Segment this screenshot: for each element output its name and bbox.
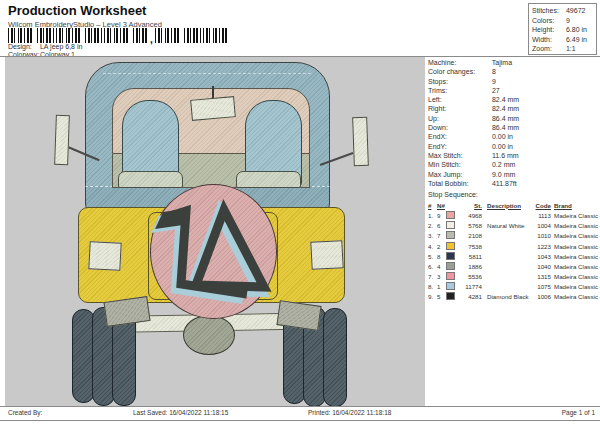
- machine-info-label: Max Jump:: [428, 170, 490, 179]
- machine-info-value: 8: [492, 68, 496, 75]
- thread-code: 1315: [531, 271, 551, 281]
- thread-color-swatch: [446, 242, 455, 250]
- machine-info-row: Left: 82.4 mm: [428, 95, 600, 104]
- machine-info-value: 9.0 mm: [492, 171, 515, 178]
- thread-description: [484, 241, 531, 251]
- machine-info-row: Trims: 27: [428, 86, 600, 95]
- stat-label: Height:: [532, 25, 564, 35]
- thread-brand: Madeira Classic 40: [551, 231, 600, 241]
- stat-row: Zoom: 1:1: [532, 44, 596, 54]
- stat-row: Width: 6.49 in: [532, 35, 596, 45]
- thread-code: 1004: [531, 221, 551, 231]
- jeep-side-mirror-right: [352, 117, 369, 166]
- machine-info-value: 0.2 mm: [492, 161, 515, 168]
- stop-stitch-count: 4968: [458, 210, 484, 220]
- thread-color-swatch: [446, 252, 455, 260]
- machine-info-value: 82.4 mm: [492, 105, 519, 112]
- thread-description: [484, 251, 531, 261]
- stop-stitch-count: 4281: [458, 292, 484, 302]
- jeep-tail-light-left: [88, 241, 121, 271]
- stop-stitch-count: 2108: [458, 231, 484, 241]
- jeep-tail-light-right: [310, 240, 343, 270]
- stat-value: 1:1: [566, 45, 576, 52]
- design-barcode: ,: [8, 28, 232, 43]
- thread-brand: Madeira Classic 40: [551, 271, 600, 281]
- design-stats-box: Stitches: 49672 Colors: 9 Height: 6.80 i…: [528, 3, 597, 55]
- stop-sequence-row: 4. 2 7538 1223 Madeira Classic 40: [428, 241, 600, 251]
- stop-needle-number: 9: [437, 210, 446, 220]
- design-value: LA jeep 6,8 in: [40, 43, 82, 50]
- machine-info-value: 0.00 in: [492, 143, 513, 150]
- stop-seq-number: 6.: [428, 261, 437, 271]
- machine-info-panel: Machine: Tajima Color changes: 8 Stops: …: [428, 58, 600, 302]
- thread-brand: Madeira Classic 40: [551, 282, 600, 292]
- stat-label: Width:: [532, 35, 564, 45]
- thread-color-swatch: [446, 292, 455, 300]
- footer-last-saved: Last Saved: 16/04/2022 11:18:15: [133, 409, 228, 416]
- machine-info-row: Stops: 9: [428, 77, 600, 86]
- stop-seq-number: 2.: [428, 221, 437, 231]
- thread-color-swatch: [446, 262, 455, 270]
- stat-label: Stitches:: [532, 6, 564, 16]
- stop-sequence-row: 8. 1 11774 1075 Madeira Classic 40: [428, 282, 600, 292]
- thread-brand: Madeira Classic 40: [551, 241, 600, 251]
- thread-brand: Madeira Classic 40: [551, 210, 600, 220]
- thread-brand: Madeira Classic 40: [551, 221, 600, 231]
- machine-info-label: Down:: [428, 123, 490, 132]
- machine-info-row: Max Jump: 9.0 mm: [428, 170, 600, 179]
- thread-description: [484, 261, 531, 271]
- stop-seq-number: 7.: [428, 271, 437, 281]
- footer-printed: Printed: 16/04/2022 11:18:18: [308, 409, 391, 416]
- machine-info-label: Min Stitch:: [428, 160, 490, 169]
- stop-needle-number: 6: [437, 221, 446, 231]
- barcode-separator: ,: [150, 37, 153, 43]
- stop-stitch-count: 5811: [458, 251, 484, 261]
- stop-seq-number: 3.: [428, 231, 437, 241]
- la-monogram: [150, 184, 277, 319]
- machine-info-label: EndY:: [428, 142, 490, 151]
- machine-info-row: Color changes: 8: [428, 67, 600, 76]
- thread-color-swatch: [446, 221, 455, 229]
- stop-stitch-count: 5768: [458, 221, 484, 231]
- machine-info-label: EndX:: [428, 132, 490, 141]
- machine-info-label: Stops:: [428, 77, 490, 86]
- jeep-rearview-mirror: [190, 96, 236, 121]
- barcode-bars-right: [155, 28, 232, 43]
- stop-sequence-header-row: # N# St. Description Code Brand: [428, 200, 600, 210]
- footer-divider-top: [0, 406, 600, 407]
- stop-sequence-row: 2. 6 5768 Natural White 1004 Madeira Cla…: [428, 221, 600, 231]
- jeep-wheel-right-tread: [323, 308, 347, 406]
- stop-seq-number: 4.: [428, 241, 437, 251]
- stop-needle-number: 4: [437, 261, 446, 271]
- stop-sequence-row: 3. 7 2108 1010 Madeira Classic 40: [428, 231, 600, 241]
- thread-code: 1010: [531, 231, 551, 241]
- machine-info-value: 9: [492, 78, 496, 85]
- stat-label: Colors:: [532, 16, 564, 26]
- thread-code: 1075: [531, 282, 551, 292]
- design-label: Design:: [8, 43, 38, 50]
- col-brand: Brand: [551, 200, 600, 210]
- machine-info-row: Min Stitch: 0.2 mm: [428, 160, 600, 169]
- stop-seq-number: 9.: [428, 292, 437, 302]
- col-needle: N#: [437, 200, 446, 210]
- thread-description: Diamond Black: [484, 292, 531, 302]
- design-preview-canvas: [5, 57, 425, 406]
- jeep-tow-hitch: [183, 315, 235, 355]
- footer-divider-bottom: [0, 420, 600, 421]
- machine-info-row: Machine: Tajima: [428, 58, 600, 67]
- thread-description: [484, 210, 531, 220]
- stop-needle-number: 3: [437, 271, 446, 281]
- stop-sequence-row: 5. 8 5811 1043 Madeira Classic 40: [428, 251, 600, 261]
- machine-info-row: EndY: 0.00 in: [428, 142, 600, 151]
- stop-seq-number: 1.: [428, 210, 437, 220]
- machine-info-label: Color changes:: [428, 67, 490, 76]
- thread-brand: Madeira Classic 40: [551, 261, 600, 271]
- thread-description: [484, 282, 531, 292]
- machine-info-value: 86.4 mm: [492, 115, 519, 122]
- machine-info-label: Total Bobbin:: [428, 179, 490, 188]
- stop-stitch-count: 11774: [458, 282, 484, 292]
- machine-info-value: 11.6 mm: [492, 152, 519, 159]
- machine-info-row: Up: 86.4 mm: [428, 114, 600, 123]
- machine-info-label: Left:: [428, 95, 490, 104]
- stop-needle-number: 5: [437, 292, 446, 302]
